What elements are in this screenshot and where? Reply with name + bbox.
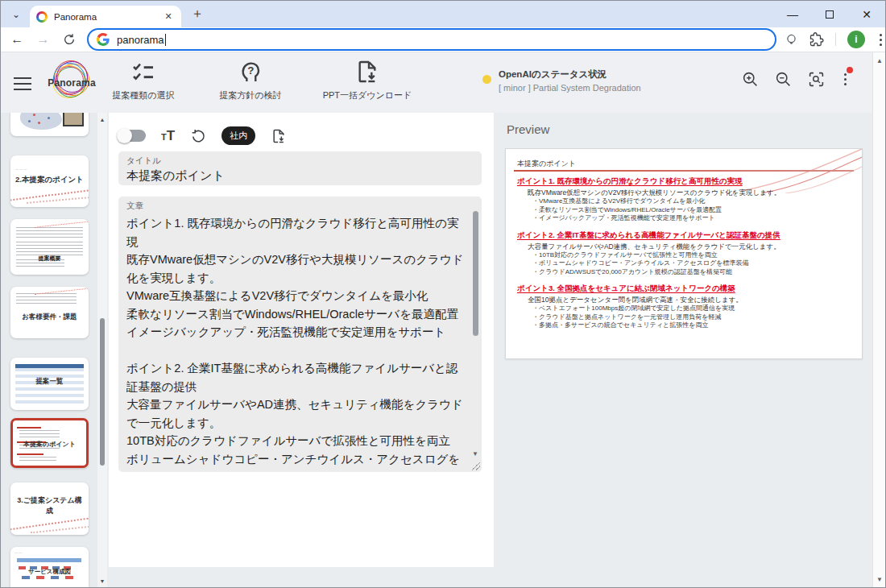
slide-thumbnail-sidebar: — — — 2.本提案のポイント 提案概要 お客様要件・課題 提案 [1,113,97,587]
editor-toggle-switch[interactable] [118,130,146,142]
openai-status: OpenAIのステータス状況 [ minor ] Partial System … [482,68,641,93]
preview-section-heading: ポイント1. 既存環境からの円滑なクラウド移行と高可用性の実現 [517,176,852,187]
preview-slide-card: 本提案のポイント ポイント1. 既存環境からの円滑なクラウド移行と高可用性の実現… [505,148,863,359]
sidebar-scroll-down-icon[interactable]: ▼ [97,576,107,586]
browser-window: ⌄ Panorama ✕ ＋ — ✕ ← → panorama [0,0,886,588]
textarea-resize-handle[interactable] [472,462,480,470]
textarea-scrollbar[interactable]: ▼ [472,203,479,466]
reload-button[interactable] [60,29,79,50]
hamburger-menu-icon[interactable] [14,73,31,94]
tab-strip: ⌄ Panorama ✕ ＋ — ✕ [1,1,885,27]
thumbnail-service-diagram-slide[interactable]: — — サービス構成図 [10,547,89,587]
preview-bullet: ・10TB対応のクラウドファイルサーバで拡張性と可用性を両立 [532,251,852,260]
page-scroll-up-icon[interactable]: ▲ [873,56,886,65]
preview-bullet: ・ボリュームシャドウコピー・アンチウイルス・アクセスログを標準装備 [532,259,852,268]
back-button[interactable]: ← [7,29,27,50]
forward-button[interactable]: → [33,29,52,50]
regenerate-icon[interactable] [190,128,206,144]
textarea-scrollbar-thumb[interactable] [473,211,478,336]
sidebar-scrollbar-thumb[interactable] [100,318,105,466]
tab-title: Panorama [54,12,162,22]
app-menu-icon[interactable] [841,70,850,89]
panorama-favicon-icon [36,11,48,23]
title-field-value: 本提案のポイント [126,168,474,184]
preview-sections: ポイント1. 既存環境からの円滑なクラウド移行と高可用性の実現既存VMware仮… [517,176,852,337]
toolbar-right: i [785,31,885,49]
preview-section: ポイント3. 全国拠点をセキュアに結ぶ閉域ネットワークの構築全国10拠点とデータ… [517,284,852,330]
nav-proposal-type-button[interactable]: 提案種類の選択 [91,59,196,101]
sidebar-scroll-up-icon[interactable]: ▲ [97,114,107,124]
preview-panel: Preview 本提案のポイント ポイント1. 既存環境からの円滑なクラウド移行… [494,113,872,587]
preview-section: ポイント2. 企業IT基盤に求められる高機能ファイルサーバと認証基盤の提供大容量… [517,230,852,277]
svg-text:?: ? [247,64,254,77]
thumbnail-requirements-slide[interactable]: お客様要件・課題 [10,287,89,338]
thumbnail-system-config-slide[interactable]: 3.ご提案システム構成 [10,482,89,535]
title-field[interactable]: タイトル 本提案のポイント [118,151,482,185]
extensions-puzzle-icon[interactable] [809,32,824,47]
address-bar[interactable]: panorama [87,28,776,51]
thumbnail-points-title-slide[interactable]: — — — 2.本提案のポイント [10,155,89,207]
maximize-button[interactable] [822,7,837,22]
tab-search-chevron-icon[interactable]: ⌄ [7,6,25,23]
new-tab-button[interactable]: ＋ [188,5,207,24]
thumbnail-label: 提案概要 [10,255,89,263]
status-title: OpenAIのステータス状況 [499,68,641,81]
thumbnail-label: お客様要件・課題 [10,313,89,322]
header-action-icons [742,70,850,89]
text-format-icon[interactable]: TT [161,128,175,144]
internal-badge[interactable]: 社内 [222,126,255,145]
thumbnail-overview-slide[interactable]: 提案概要 [10,219,89,275]
lens-icon[interactable] [785,33,798,47]
sidebar-scrollbar[interactable]: ▲ ▼ [97,113,107,587]
page-scroll-down-icon[interactable]: ▼ [873,574,886,584]
panorama-app: Panorama 提案種類の選択 ? 提案方針の検討 [1,52,872,587]
nav-label: 提案方針の検討 [198,89,303,101]
browser-toolbar: ← → panorama i [1,27,885,52]
preview-bullet: ・柔軟なリソース割当でWindows/RHEL/Oracleサーバを最適配置 [532,206,852,215]
page-scrollbar[interactable]: ▲ ▼ [872,52,885,587]
toolbar-separator [835,33,836,46]
ppt-download-icon [354,59,381,85]
status-level-dot [482,75,491,84]
textarea-scroll-down-icon[interactable]: ▼ [472,450,478,458]
zoom-in-icon[interactable] [742,71,759,88]
thumbnail-label: 本提案のポイント [13,440,86,449]
thumbnail-label: 提案一覧 [10,377,89,387]
thumbnail-label: 3.ご提案システム構成 [10,495,89,516]
preview-slide-title: 本提案のポイント [517,159,576,169]
preview-section-lead: 大容量ファイルサーバやAD連携、セキュリティ機能をクラウドで一元化します。 [528,242,852,251]
preview-bullet: ・イメージバックアップ・死活監視機能で安定運用をサポート [532,214,852,223]
slide-download-icon[interactable] [271,128,287,144]
preview-section-lead: 全国10拠点とデータセンター間を閉域網で高速・安全に接続します。 [528,296,852,304]
nav-proposal-policy-button[interactable]: ? 提案方針の検討 [198,59,303,101]
slide-title-underline [514,170,854,172]
body-textarea[interactable]: 文章 ポイント1. 既存環境からの円滑なクラウド移行と高可用性の実現 既存VMw… [118,197,482,472]
thumbnail-proposal-list-slide[interactable]: 提案一覧 [10,358,89,410]
body-field-text: ポイント1. 既存環境からの円滑なクラウド移行と高可用性の実現 既存VMware… [126,214,468,466]
profile-avatar[interactable]: i [847,31,865,48]
preview-heading: Preview [507,122,549,136]
url-input[interactable]: panorama [117,34,164,46]
thumbnail-map-slide[interactable] [10,113,89,136]
minimize-button[interactable]: — [785,7,800,22]
notification-dot [847,67,853,73]
reload-icon [63,33,76,46]
app-header: Panorama 提案種類の選択 ? 提案方針の検討 [1,52,872,113]
window-controls: — ✕ [785,1,880,27]
title-field-label: タイトル [126,155,474,167]
preview-bullet: ・クラウド基盤と拠点ネットワークを一元管理し運用負荷を軽減 [532,313,852,322]
maximize-icon [826,10,834,19]
nav-label: PPT一括ダウンロード [315,89,420,101]
thumbnail-points-slide-selected[interactable]: 本提案のポイント [10,418,89,468]
preview-section: ポイント1. 既存環境からの円滑なクラウド移行と高可用性の実現既存VMware仮… [517,176,852,223]
slide-editor-panel: TT 社内 タイトル 本提案のポイント 文章 [109,113,494,567]
browser-tab[interactable]: Panorama ✕ [30,6,181,27]
preview-bullet: ・VMware互換基盤によるV2V移行でダウンタイムを最小化 [532,197,852,206]
nav-ppt-download-button[interactable]: PPT一括ダウンロード [315,59,420,101]
tab-close-icon[interactable]: ✕ [162,10,175,23]
focus-search-icon[interactable] [808,71,825,88]
browser-menu-icon[interactable] [876,31,885,49]
close-button[interactable]: ✕ [859,7,874,22]
zoom-out-icon[interactable] [775,71,792,88]
thumbnail-label: 2.本提案のポイント [10,175,89,185]
